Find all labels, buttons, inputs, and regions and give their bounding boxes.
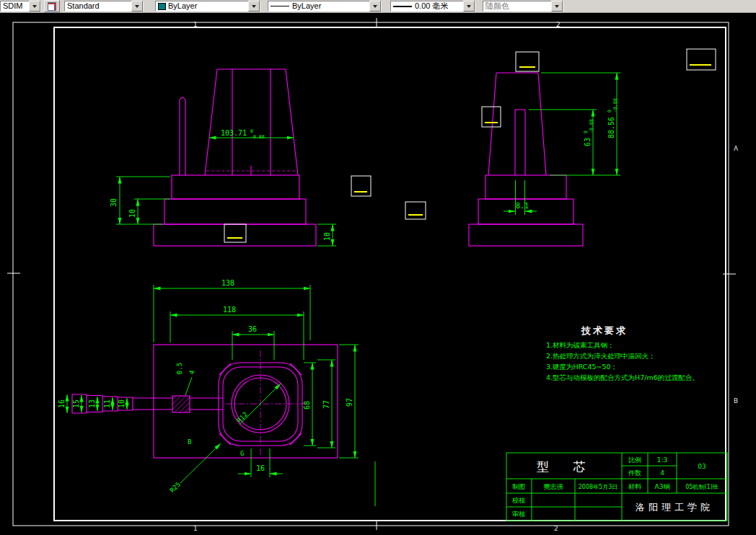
dim-118: 118 xyxy=(223,306,236,314)
linetype-combo[interactable]: ByLayer xyxy=(268,1,382,12)
approve-label: 审核 xyxy=(512,510,525,518)
chevron-down-icon xyxy=(551,1,563,12)
scale-label: 比例 xyxy=(628,456,641,464)
lineweight-combo[interactable]: 0.00 毫米 xyxy=(390,1,475,12)
svg-text:0: 0 xyxy=(607,110,612,112)
color-combo[interactable]: ByLayer xyxy=(155,1,260,12)
material-value: A3钢 xyxy=(655,483,670,490)
check-label: 校核 xyxy=(512,497,525,504)
dim-style-combo[interactable]: SDIM xyxy=(0,1,41,12)
zone-label: 1 xyxy=(193,21,198,28)
dim-138: 138 xyxy=(221,279,234,287)
dim-width-tol-lower: -0.08 xyxy=(250,134,265,140)
properties-toolbar: SDIM Standard ByLayer ByLayer 0.00 毫米 随颜… xyxy=(0,0,756,13)
part-name: 型 芯 xyxy=(537,459,595,474)
zone-label: A xyxy=(734,145,739,152)
dim-16: 16 xyxy=(256,464,265,472)
label-g: G xyxy=(240,450,244,457)
svg-text:0: 0 xyxy=(583,131,589,133)
dim-77: 77 xyxy=(322,400,330,409)
dim-style-value: SDIM xyxy=(3,1,29,11)
tech-item: 4.型芯与动模板的配合方式为H7/m6的过渡配合。 xyxy=(546,373,699,381)
color-value: ByLayer xyxy=(168,1,248,11)
arm-dim: 10 xyxy=(118,399,126,408)
svg-text:88.56: 88.56 xyxy=(607,117,615,138)
class-name: 05机制(1)班 xyxy=(685,484,718,490)
svg-text:63: 63 xyxy=(584,138,592,146)
chevron-down-icon[interactable] xyxy=(248,1,260,12)
dim-30: 30 xyxy=(110,198,118,207)
tech-item: 1.材料为碳素工具钢； xyxy=(546,341,615,349)
svg-text:-0.08: -0.08 xyxy=(589,119,594,133)
lineweight-value: 0.00 毫米 xyxy=(415,1,463,11)
plotstyle-value: 随颜色 xyxy=(485,1,551,11)
color-swatch-icon xyxy=(158,3,166,10)
style-manager-icon xyxy=(48,2,56,11)
qty-label: 件数 xyxy=(628,469,641,477)
plotstyle-combo: 随颜色 xyxy=(483,1,563,12)
dim-8-1: 8.1 xyxy=(516,202,529,210)
tech-item: 2.热处理方式为淬火处理中温回火； xyxy=(546,352,656,360)
dim-10: 10 xyxy=(323,232,331,241)
dim-68: 68 xyxy=(303,401,311,410)
date: 2008年5月3日 xyxy=(579,484,618,490)
drawn-label: 制图 xyxy=(512,483,525,490)
text-style-value: Standard xyxy=(67,1,131,11)
dim-width-tol-upper: 0 xyxy=(250,128,253,134)
label-b: B xyxy=(188,438,191,446)
school-name: 洛阳理工学院 xyxy=(636,502,713,513)
dim-10: 10 xyxy=(128,209,136,218)
drawn-by: 樊志强 xyxy=(544,483,563,490)
chevron-down-icon[interactable] xyxy=(29,1,40,12)
linetype-value: ByLayer xyxy=(292,1,369,11)
lineweight-sample-icon xyxy=(393,6,412,7)
drawing-canvas[interactable]: 1 2 1 2 A B 103.71 0 -0.08 30 10 xyxy=(0,0,756,535)
qty-value: 4 xyxy=(660,469,664,477)
material-label: 材料 xyxy=(628,483,641,490)
autocad-window: SDIM Standard ByLayer ByLayer 0.00 毫米 随颜… xyxy=(0,0,756,535)
chevron-down-icon[interactable] xyxy=(131,1,143,12)
zone-label: 2 xyxy=(556,21,561,28)
style-manager-button[interactable] xyxy=(44,0,60,12)
sheet-number: 03 xyxy=(698,463,706,470)
arm-dim: 16 xyxy=(58,399,66,408)
tech-item: 3.硬度为HRC45~50； xyxy=(546,363,617,371)
arm-dim: 11 xyxy=(103,399,111,408)
dim-0-5: 0.5 xyxy=(176,363,183,374)
svg-text:-0.08: -0.08 xyxy=(612,98,618,112)
scale-value: 1:3 xyxy=(657,456,667,464)
zone-label: 1 xyxy=(193,525,198,532)
arm-dim: 13 xyxy=(88,399,96,408)
dim-36: 36 xyxy=(248,325,257,333)
arm-dim: 15 xyxy=(72,399,80,408)
tech-title: 技术要求 xyxy=(581,325,628,336)
model-space[interactable] xyxy=(0,12,756,535)
dim-97: 97 xyxy=(346,398,353,407)
zone-label: 2 xyxy=(554,525,558,532)
chevron-down-icon[interactable] xyxy=(369,1,381,12)
chevron-down-icon[interactable] xyxy=(463,1,475,12)
zone-label: B xyxy=(734,397,738,404)
text-style-combo[interactable]: Standard xyxy=(64,1,144,12)
linetype-sample-icon xyxy=(271,6,289,6)
dim-width: 103.71 xyxy=(221,129,247,137)
